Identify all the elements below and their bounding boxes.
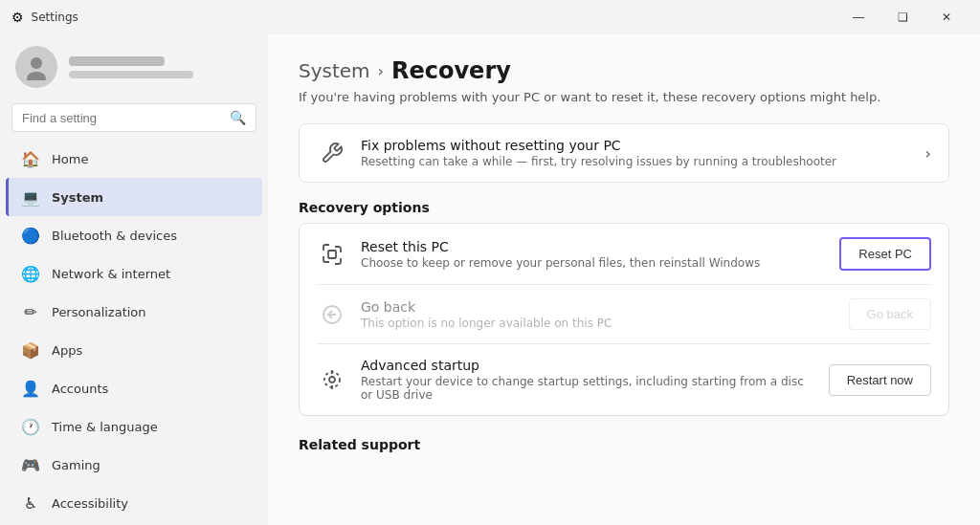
advanced-startup-title: Advanced startup (361, 358, 815, 373)
nav-label-network: Network & internet (52, 267, 170, 281)
fix-problems-chevron: › (925, 144, 931, 163)
reset-pc-action: Reset PC (839, 237, 931, 271)
nav-icon-home: 🏠 (21, 149, 40, 168)
sidebar-item-gaming[interactable]: 🎮 Gaming (6, 446, 262, 484)
nav-icon-gaming: 🎮 (21, 455, 40, 474)
title-bar-left: ⚙ Settings (11, 10, 78, 25)
svg-point-6 (324, 372, 340, 387)
advanced-startup-row: Advanced startup Restart your device to … (300, 344, 948, 415)
search-icon: 🔍 (230, 110, 246, 125)
nav-label-gaming: Gaming (52, 458, 100, 472)
go-back-text: Go back This option is no longer availab… (361, 299, 835, 330)
sidebar-item-system[interactable]: 💻 System (6, 178, 262, 216)
advanced-startup-icon (317, 364, 347, 395)
close-button[interactable]: ✕ (924, 3, 969, 32)
sidebar-item-personalization[interactable]: ✏️ Personalization (6, 293, 262, 331)
go-back-button: Go back (849, 298, 931, 330)
chevron-right-icon: › (925, 144, 931, 163)
svg-rect-2 (328, 251, 336, 258)
breadcrumb-current: Recovery (391, 57, 511, 84)
reset-pc-button[interactable]: Reset PC (839, 237, 931, 271)
breadcrumb: System › Recovery (299, 57, 949, 84)
recovery-options-header: Recovery options (299, 200, 949, 215)
sidebar-item-home[interactable]: 🏠 Home (6, 140, 262, 178)
user-name (69, 56, 165, 66)
maximize-button[interactable]: ❑ (880, 3, 924, 32)
nav-label-system: System (52, 190, 103, 205)
go-back-row: Go back This option is no longer availab… (300, 285, 948, 343)
fix-problems-title: Fix problems without resetting your PC (361, 138, 912, 153)
nav-label-personalization: Personalization (52, 305, 146, 319)
title-bar-controls: — ❑ ✕ (836, 3, 969, 32)
user-section[interactable] (0, 34, 268, 103)
advanced-startup-action: Restart now (829, 364, 931, 396)
settings-window-icon: ⚙ (11, 10, 24, 25)
advanced-startup-text: Advanced startup Restart your device to … (361, 358, 815, 402)
wrench-icon (317, 138, 347, 168)
advanced-startup-desc: Restart your device to change startup se… (361, 375, 815, 402)
reset-icon (317, 239, 347, 270)
sidebar-item-network[interactable]: 🌐 Network & internet (6, 254, 262, 293)
nav-label-apps: Apps (52, 343, 82, 358)
reset-pc-title: Reset this PC (361, 239, 826, 254)
title-bar: ⚙ Settings — ❑ ✕ (0, 0, 980, 34)
page-subtitle: If you're having problems with your PC o… (299, 90, 949, 104)
svg-point-5 (329, 377, 335, 383)
svg-point-0 (31, 57, 42, 69)
user-info (69, 56, 193, 78)
nav-label-bluetooth: Bluetooth & devices (52, 229, 177, 243)
reset-pc-row: Reset this PC Choose to keep or remove y… (300, 224, 948, 284)
breadcrumb-parent: System (299, 59, 370, 82)
app-body: 🔍 🏠 Home 💻 System 🔵 Bluetooth & devices … (0, 34, 980, 525)
title-bar-title: Settings (32, 11, 78, 24)
sidebar-item-time[interactable]: 🕐 Time & language (6, 407, 262, 446)
go-back-action: Go back (849, 298, 931, 330)
sidebar: 🔍 🏠 Home 💻 System 🔵 Bluetooth & devices … (0, 34, 268, 525)
nav-label-home: Home (52, 152, 88, 166)
go-back-icon (317, 299, 347, 330)
sidebar-item-apps[interactable]: 📦 Apps (6, 331, 262, 369)
nav-icon-system: 💻 (21, 187, 40, 207)
fix-problems-card[interactable]: Fix problems without resetting your PC R… (299, 123, 949, 183)
minimize-button[interactable]: — (836, 3, 880, 32)
reset-pc-text: Reset this PC Choose to keep or remove y… (361, 239, 826, 270)
reset-pc-desc: Choose to keep or remove your personal f… (361, 256, 826, 270)
nav-icon-apps: 📦 (21, 340, 40, 360)
sidebar-item-accounts[interactable]: 👤 Accounts (6, 369, 262, 407)
related-support-header: Related support (299, 437, 949, 452)
nav-icon-network: 🌐 (21, 264, 40, 283)
svg-point-1 (27, 72, 46, 80)
nav-label-accessibility: Accessibility (52, 496, 128, 511)
breadcrumb-chevron: › (378, 62, 384, 80)
nav-icon-time: 🕐 (21, 417, 40, 436)
recovery-options-card: Reset this PC Choose to keep or remove y… (299, 223, 949, 416)
search-box[interactable]: 🔍 (11, 103, 256, 132)
search-input[interactable] (22, 111, 222, 125)
nav-label-time: Time & language (52, 420, 158, 434)
sidebar-item-accessibility[interactable]: ♿ Accessibility (6, 484, 262, 522)
nav-icon-accessibility: ♿ (21, 493, 40, 513)
go-back-title: Go back (361, 299, 835, 315)
fix-problems-desc: Resetting can take a while — first, try … (361, 155, 912, 168)
nav-icon-personalization: ✏️ (21, 302, 40, 321)
sidebar-item-bluetooth[interactable]: 🔵 Bluetooth & devices (6, 216, 262, 254)
main-panel: System › Recovery If you're having probl… (268, 34, 980, 525)
nav-list: 🏠 Home 💻 System 🔵 Bluetooth & devices 🌐 … (0, 140, 268, 522)
nav-label-accounts: Accounts (52, 382, 108, 396)
user-email (69, 71, 193, 78)
go-back-desc: This option is no longer available on th… (361, 317, 835, 330)
fix-problems-text: Fix problems without resetting your PC R… (361, 138, 912, 168)
nav-icon-accounts: 👤 (21, 379, 40, 398)
avatar (15, 46, 57, 88)
nav-icon-bluetooth: 🔵 (21, 226, 40, 245)
restart-now-button[interactable]: Restart now (829, 364, 931, 396)
